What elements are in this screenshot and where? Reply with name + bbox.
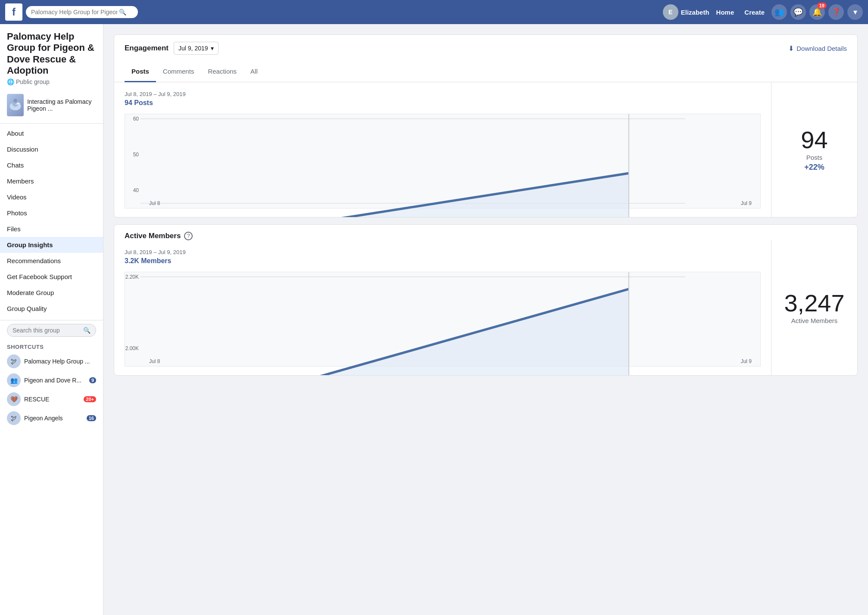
shortcut-pigeon-dove-icon: 👥 (7, 373, 21, 387)
active-members-stats: 3,247 Active Members (771, 240, 857, 375)
more-options-button[interactable]: ▾ (847, 4, 863, 20)
shortcut-item-pigeon-angels[interactable]: 🕊 Pigeon Angels 16 (0, 409, 103, 428)
y-label-50: 50 (125, 152, 141, 158)
sidebar-item-group-insights[interactable]: Group Insights (0, 237, 103, 253)
help-icon-button[interactable]: ❓ (828, 4, 844, 20)
page-layout: Palomacy Help Group for Pigeon & Dove Re… (0, 24, 868, 615)
posts-x-axis: Jul 8 Jul 9 (141, 199, 760, 208)
tab-reactions[interactable]: Reactions (201, 62, 244, 82)
notifications-badge: 19 (817, 3, 827, 9)
shortcut-palomacy-icon: 🕊 (7, 354, 21, 368)
main-content: Engagement Jul 9, 2019 ▾ ⬇ Download Deta… (103, 24, 868, 615)
posts-y-axis: 60 50 40 (125, 114, 141, 195)
x-label-jul9: Jul 9 (741, 200, 752, 206)
engagement-card: Engagement Jul 9, 2019 ▾ ⬇ Download Deta… (114, 34, 858, 217)
active-members-chart-section: Jul 8, 2019 – Jul 9, 2019 3.2K Members 2… (114, 240, 857, 375)
tab-posts[interactable]: Posts (125, 62, 156, 82)
sidebar-item-files[interactable]: Files (0, 221, 103, 237)
y-label-200k: 2.00K (125, 345, 141, 351)
y-label-60: 60 (125, 116, 141, 122)
download-icon: ⬇ (788, 44, 794, 53)
pigeon-dove-badge: 9 (89, 377, 96, 383)
engagement-header: Engagement Jul 9, 2019 ▾ ⬇ Download Deta… (114, 35, 857, 62)
date-selector[interactable]: Jul 9, 2019 ▾ (174, 42, 219, 55)
rescue-badge: 20+ (84, 396, 96, 402)
global-search-bar[interactable]: 🔍 (26, 6, 138, 18)
globe-icon: 🌐 (7, 78, 14, 85)
engagement-tabs: Posts Comments Reactions All (114, 62, 857, 82)
active-members-chart-container: 2.20K 2.00K Jul (125, 272, 761, 367)
group-type-label: Public group (16, 78, 50, 85)
avatar: E (663, 4, 678, 20)
sidebar-item-about[interactable]: About (0, 125, 103, 141)
sidebar-item-chats[interactable]: Chats (0, 157, 103, 173)
sidebar-item-videos[interactable]: Videos (0, 189, 103, 205)
engagement-title: Engagement (125, 44, 169, 53)
shortcut-item-palomacy[interactable]: 🕊 Palomacy Help Group ... (0, 352, 103, 371)
sidebar: Palomacy Help Group for Pigeon & Dove Re… (0, 24, 103, 615)
sidebar-divider (0, 320, 103, 320)
posts-metric-label: 94 Posts (125, 99, 761, 107)
shortcut-pigeon-dove-label: Pigeon and Dove R... (24, 377, 81, 384)
user-profile-link[interactable]: E Elizabeth (663, 4, 709, 20)
notifications-icon-button[interactable]: 🔔 19 (809, 4, 825, 20)
create-nav-link[interactable]: Create (741, 9, 768, 16)
group-search-input[interactable] (12, 327, 83, 334)
sidebar-item-members[interactable]: Members (0, 173, 103, 189)
bell-icon: 🔔 (812, 7, 822, 17)
date-label: Jul 9, 2019 (178, 45, 208, 52)
question-mark-icon: ❓ (831, 7, 841, 17)
active-members-help-icon[interactable]: ? (184, 232, 193, 240)
friends-icon-button[interactable]: 👥 (771, 4, 787, 20)
shortcut-pigeon-angels-icon: 🕊 (7, 411, 21, 425)
tab-comments[interactable]: Comments (156, 62, 201, 82)
active-members-y-axis: 2.20K 2.00K (125, 272, 141, 353)
messenger-icon: 💬 (793, 7, 803, 17)
chevron-down-icon: ▾ (211, 45, 214, 52)
active-members-header: Active Members ? (114, 225, 857, 240)
shortcut-rescue-icon: 🤎 (7, 392, 21, 406)
search-icon: 🔍 (83, 327, 91, 334)
facebook-logo[interactable]: f (5, 3, 22, 21)
svg-marker-7 (197, 173, 629, 217)
sidebar-item-get-facebook-support[interactable]: Get Facebook Support (0, 269, 103, 285)
active-members-stat-number: 3,247 (784, 291, 844, 315)
group-search-bar[interactable]: 🔍 (7, 324, 96, 337)
shortcut-palomacy-label: Palomacy Help Group ... (24, 358, 90, 365)
messenger-icon-button[interactable]: 💬 (790, 4, 806, 20)
home-nav-link[interactable]: Home (713, 9, 738, 16)
active-members-metric-label: 3.2K Members (125, 257, 761, 265)
posts-stat-number: 94 (801, 128, 827, 152)
sidebar-item-group-quality[interactable]: Group Quality (0, 301, 103, 317)
group-title: Palomacy Help Group for Pigeon & Dove Re… (0, 31, 103, 78)
posts-stat-change: +22% (804, 163, 824, 172)
active-members-title: Active Members (125, 232, 181, 240)
download-label: Download Details (796, 45, 847, 52)
active-members-date-range: Jul 8, 2019 – Jul 9, 2019 (125, 249, 761, 255)
user-name-label: Elizabeth (681, 9, 709, 16)
posts-date-range: Jul 8, 2019 – Jul 9, 2019 (125, 91, 761, 97)
sidebar-item-moderate-group[interactable]: Moderate Group (0, 285, 103, 301)
shortcut-item-rescue[interactable]: 🤎 RESCUE 20+ (0, 390, 103, 409)
active-members-x-axis: Jul 8 Jul 9 (141, 357, 760, 366)
shortcut-item-pigeon-dove[interactable]: 👥 Pigeon and Dove R... 9 (0, 371, 103, 390)
svg-point-2 (13, 99, 17, 102)
active-members-chart-area: Jul 8, 2019 – Jul 9, 2019 3.2K Members 2… (114, 240, 771, 375)
sidebar-item-photos[interactable]: Photos (0, 205, 103, 221)
global-search-input[interactable] (31, 9, 117, 16)
sidebar-navigation: About Discussion Chats Members Videos Ph… (0, 124, 103, 317)
posts-stats: 94 Posts +22% (771, 82, 857, 217)
palomacy-logo-svg (7, 96, 24, 114)
posts-chart-area: Jul 8, 2019 – Jul 9, 2019 94 Posts 60 50… (114, 82, 771, 217)
shortcut-rescue-label: RESCUE (24, 396, 49, 403)
sidebar-item-discussion[interactable]: Discussion (0, 141, 103, 157)
download-details-button[interactable]: ⬇ Download Details (788, 44, 847, 53)
interacting-as-text: Interacting as Palomacy Pigeon ... (27, 98, 96, 112)
search-icon: 🔍 (119, 9, 126, 16)
sidebar-item-recommendations[interactable]: Recommendations (0, 253, 103, 269)
active-members-card: Active Members ? Jul 8, 2019 – Jul 9, 20… (114, 224, 858, 376)
x-label-jul8: Jul 8 (149, 200, 160, 206)
tab-all[interactable]: All (244, 62, 265, 82)
engagement-title-row: Engagement Jul 9, 2019 ▾ (125, 42, 219, 55)
friends-icon: 👥 (774, 7, 784, 17)
